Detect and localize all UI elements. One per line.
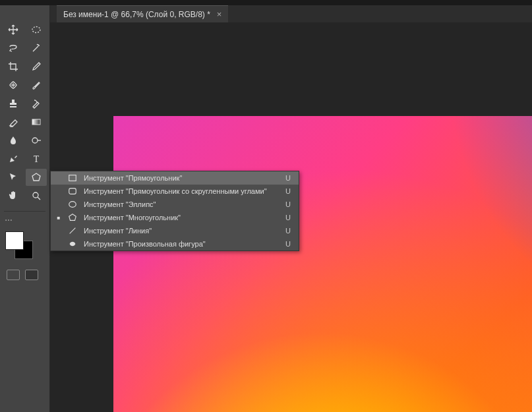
type-tool[interactable]: T xyxy=(26,150,47,167)
type-icon: T xyxy=(30,153,42,165)
magic-wand-tool[interactable] xyxy=(26,40,47,57)
stamp-icon xyxy=(7,98,19,109)
flyout-label: Инструмент "Эллипс" xyxy=(84,200,280,208)
svg-point-12 xyxy=(69,202,76,208)
crop-tool[interactable] xyxy=(3,58,24,75)
ellipse-icon xyxy=(67,200,78,209)
svg-point-7 xyxy=(5,220,7,221)
flyout-item-custom-shape[interactable]: Инструмент "Произвольная фигура" U xyxy=(51,237,299,250)
magic-wand-icon xyxy=(30,42,42,54)
flyout-item-polygon[interactable]: ■ Инструмент "Многоугольник" U xyxy=(51,211,299,224)
move-tool[interactable] xyxy=(3,21,24,38)
pen-tool[interactable] xyxy=(3,150,24,167)
flyout-shortcut: U xyxy=(285,227,293,235)
screen-mode-standard[interactable] xyxy=(7,270,20,280)
brush-tool[interactable] xyxy=(26,76,47,94)
eraser-tool[interactable] xyxy=(3,113,24,131)
move-icon xyxy=(7,24,19,36)
svg-point-8 xyxy=(8,220,9,221)
blur-tool[interactable] xyxy=(3,132,24,149)
flyout-label: Инструмент "Многоугольник" xyxy=(84,214,280,221)
hand-icon xyxy=(7,190,19,202)
hand-tool[interactable] xyxy=(3,187,24,204)
dodge-icon xyxy=(30,134,42,146)
svg-text:T: T xyxy=(33,154,39,164)
flyout-current-marker: ■ xyxy=(56,215,61,221)
pen-icon xyxy=(7,153,19,165)
document-tab-title: Без имени-1 @ 66,7% (Слой 0, RGB/8) * xyxy=(63,10,210,19)
healing-tool[interactable] xyxy=(3,76,24,94)
gradient-icon xyxy=(30,116,42,128)
document-tab[interactable]: Без имени-1 @ 66,7% (Слой 0, RGB/8) * × xyxy=(57,5,228,22)
svg-rect-10 xyxy=(69,175,76,181)
flyout-shortcut: U xyxy=(285,214,293,221)
rounded-rect-icon xyxy=(67,187,78,196)
color-swatches[interactable] xyxy=(5,231,44,263)
document-tab-bar: Без имени-1 @ 66,7% (Слой 0, RGB/8) * × xyxy=(50,5,532,22)
blur-icon xyxy=(7,134,19,146)
path-select-tool[interactable] xyxy=(3,169,24,186)
stamp-tool[interactable] xyxy=(3,95,24,112)
svg-rect-11 xyxy=(69,189,76,194)
flyout-item-rounded-rect[interactable]: Инструмент "Прямоугольник со скругленным… xyxy=(51,185,299,198)
foreground-color[interactable] xyxy=(5,231,24,250)
divider xyxy=(4,211,45,212)
marquee-tool[interactable] xyxy=(26,21,47,38)
flyout-shortcut: U xyxy=(285,187,293,195)
crop-icon xyxy=(7,61,19,73)
canvas[interactable] xyxy=(113,116,532,412)
eraser-icon xyxy=(7,116,19,128)
svg-point-6 xyxy=(33,192,38,198)
marquee-icon xyxy=(30,24,42,36)
line-icon xyxy=(67,226,78,235)
svg-marker-5 xyxy=(32,173,40,181)
rectangle-icon xyxy=(67,173,78,183)
svg-point-0 xyxy=(32,27,40,33)
flyout-label: Инструмент "Произвольная фигура" xyxy=(84,240,280,248)
svg-marker-13 xyxy=(69,214,76,221)
flyout-shortcut: U xyxy=(285,174,293,182)
tools-panel: T xyxy=(0,5,50,412)
healing-icon xyxy=(7,79,19,91)
flyout-shortcut: U xyxy=(285,240,293,248)
dodge-tool[interactable] xyxy=(26,132,47,149)
history-brush-icon xyxy=(30,98,42,109)
flyout-item-ellipse[interactable]: Инструмент "Эллипс" U xyxy=(51,198,299,211)
zoom-icon xyxy=(30,190,42,202)
svg-point-9 xyxy=(11,220,12,221)
custom-shape-icon xyxy=(67,239,78,249)
polygon-icon xyxy=(30,171,42,183)
flyout-label: Инструмент "Линия" xyxy=(84,227,280,235)
edit-toolbar-icon[interactable] xyxy=(4,216,13,225)
flyout-label: Инструмент "Прямоугольник со скругленным… xyxy=(84,187,280,195)
brush-icon xyxy=(30,79,42,91)
shape-tool[interactable] xyxy=(26,169,47,186)
shape-tool-flyout: Инструмент "Прямоугольник" U Инструмент … xyxy=(50,171,299,251)
lasso-icon xyxy=(7,42,19,54)
polygon-icon xyxy=(67,213,78,222)
zoom-tool[interactable] xyxy=(26,187,47,204)
flyout-shortcut: U xyxy=(285,200,293,208)
path-select-icon xyxy=(7,171,19,183)
close-icon[interactable]: × xyxy=(217,9,222,19)
flyout-label: Инструмент "Прямоугольник" xyxy=(84,174,280,182)
gradient-tool[interactable] xyxy=(26,113,47,131)
lasso-tool[interactable] xyxy=(3,40,24,57)
screen-mode-full[interactable] xyxy=(25,270,38,280)
svg-rect-2 xyxy=(32,119,40,125)
flyout-item-line[interactable]: Инструмент "Линия" U xyxy=(51,224,299,237)
flyout-item-rectangle[interactable]: Инструмент "Прямоугольник" U xyxy=(51,171,299,185)
app-titlebar xyxy=(0,0,532,5)
svg-point-3 xyxy=(32,138,38,143)
history-brush-tool[interactable] xyxy=(26,95,47,112)
eyedropper-icon xyxy=(30,61,42,73)
eyedropper-tool[interactable] xyxy=(26,58,47,75)
